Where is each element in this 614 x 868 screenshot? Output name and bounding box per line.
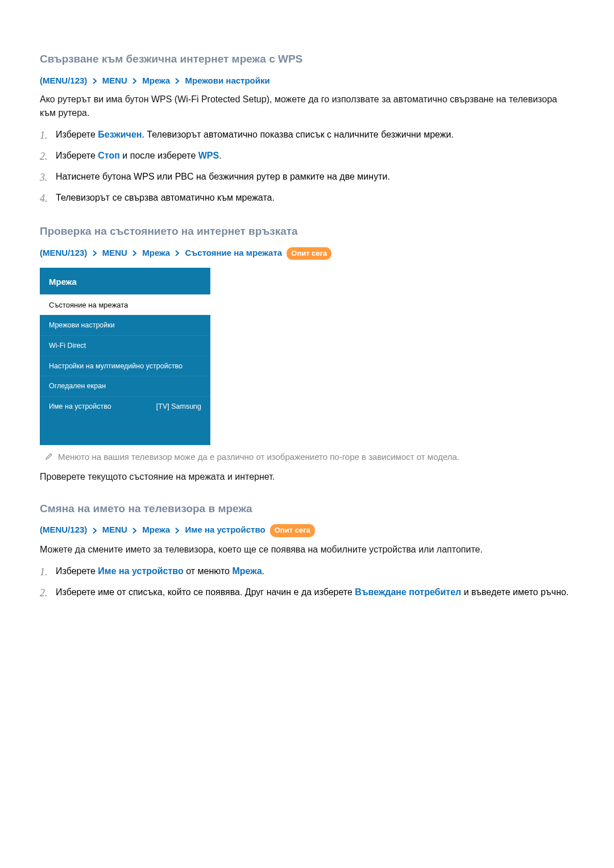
breadcrumb-part: MENU/123 (43, 248, 84, 258)
list-item: 1. Изберете Безжичен. Телевизорът автома… (40, 128, 574, 143)
keyword: Безжичен (98, 130, 142, 139)
chevron-right-icon (132, 78, 138, 84)
chevron-right-icon (132, 528, 138, 534)
menu-title: Мрежа (40, 268, 210, 294)
breadcrumb-part: MENU (102, 525, 127, 534)
menu-item-network-status[interactable]: Състояние на мрежата (40, 294, 210, 315)
menu-item-label: Огледален екран (49, 381, 106, 392)
step-number: 1. (40, 564, 56, 580)
step-number: 1. (40, 128, 56, 143)
breadcrumb: (MENU/123) MENU Мрежа Състояние на мрежа… (40, 247, 574, 260)
breadcrumb-part: Мрежа (142, 525, 170, 534)
list-item: 4. Телевизорът се свързва автоматично къ… (40, 191, 574, 206)
breadcrumb-part: Мрежови настройки (185, 76, 270, 85)
try-now-badge[interactable]: Опит сега (270, 524, 315, 537)
breadcrumb-part: MENU (102, 248, 127, 258)
note-text: Менюто на вашия телевизор може да е разл… (58, 451, 574, 464)
step-text: Изберете Безжичен. Телевизорът автоматич… (56, 128, 574, 142)
breadcrumb: (MENU/123) MENU Мрежа Име на устройство … (40, 524, 574, 537)
pencil-icon (40, 451, 58, 464)
menu-item-value: [TV] Samsung (156, 401, 201, 412)
keyword: WPS (198, 151, 219, 160)
chevron-right-icon (175, 78, 180, 84)
step-text: Изберете Стоп и после изберете WPS. (56, 149, 574, 163)
list-item: 1. Изберете Име на устройство от менюто … (40, 564, 574, 580)
menu-item-screen-mirroring[interactable]: Огледален екран (40, 376, 210, 396)
step-number: 3. (40, 170, 56, 185)
intro-paragraph: Ако рутерът ви има бутон WPS (Wi-Fi Prot… (40, 93, 574, 120)
chevron-right-icon (92, 528, 98, 534)
step-number: 2. (40, 149, 56, 164)
keyword: Стоп (98, 151, 120, 160)
section-heading-rename: Смяна на името на телевизора в мрежа (40, 501, 574, 517)
keyword: Име на устройство (98, 566, 183, 576)
network-menu: Мрежа Състояние на мрежата Мрежови настр… (40, 268, 210, 445)
keyword: Въвеждане потребител (355, 587, 461, 597)
menu-item-label: Мрежови настройки (49, 320, 115, 331)
section-heading-wps: Свързване към безжична интернет мрежа с … (40, 51, 574, 68)
menu-item-label: Състояние на мрежата (49, 300, 128, 311)
menu-item-multimedia-settings[interactable]: Настройки на мултимедийно устройство (40, 356, 210, 376)
menu-item-label: Име на устройство (49, 401, 111, 412)
section-heading-status: Проверка на състоянието на интернет връз… (40, 223, 574, 240)
menu-item-network-settings[interactable]: Мрежови настройки (40, 315, 210, 335)
list-item: 3. Натиснете бутона WPS или PBC на безжи… (40, 170, 574, 185)
breadcrumb: (MENU/123) MENU Мрежа Мрежови настройки (40, 74, 574, 88)
menu-item-label: Настройки на мултимедийно устройство (49, 361, 182, 372)
paren-close: ) (84, 76, 87, 85)
chevron-right-icon (175, 250, 180, 256)
step-text: Телевизорът се свързва автоматично към м… (56, 191, 574, 205)
steps-list: 1. Изберете Име на устройство от менюто … (40, 564, 574, 601)
chevron-right-icon (175, 528, 180, 534)
list-item: 2. Изберете име от списъка, който се поя… (40, 585, 574, 601)
keyword: Мрежа (232, 566, 262, 576)
step-text: Натиснете бутона WPS или PBC на безжични… (56, 170, 574, 184)
intro-paragraph: Можете да смените името за телевизора, к… (40, 543, 574, 556)
breadcrumb-part: MENU/123 (43, 76, 84, 85)
chevron-right-icon (132, 250, 138, 256)
menu-item-wifi-direct[interactable]: Wi-Fi Direct (40, 335, 210, 356)
breadcrumb-part: Мрежа (142, 248, 170, 258)
outro-paragraph: Проверете текущото състояние на мрежата … (40, 470, 574, 484)
breadcrumb-part: MENU (102, 76, 127, 85)
paren-close: ) (84, 525, 87, 534)
breadcrumb-part: Име на устройство (185, 525, 265, 534)
step-number: 4. (40, 191, 56, 206)
try-now-badge[interactable]: Опит сега (287, 247, 331, 260)
list-item: 2. Изберете Стоп и после изберете WPS. (40, 149, 574, 164)
breadcrumb-part: Състояние на мрежата (185, 248, 283, 258)
step-text: Изберете име от списъка, който се появяв… (56, 585, 574, 599)
steps-list: 1. Изберете Безжичен. Телевизорът автома… (40, 128, 574, 206)
breadcrumb-part: Мрежа (142, 76, 170, 85)
step-number: 2. (40, 585, 56, 601)
step-text: Изберете Име на устройство от менюто Мре… (56, 564, 574, 578)
breadcrumb-part: MENU/123 (43, 525, 84, 534)
paren-close: ) (84, 248, 87, 258)
note: Менюто на вашия телевизор може да е разл… (40, 451, 574, 464)
menu-item-device-name[interactable]: Име на устройство [TV] Samsung (40, 396, 210, 417)
chevron-right-icon (92, 250, 98, 256)
menu-item-label: Wi-Fi Direct (49, 340, 86, 351)
chevron-right-icon (92, 78, 98, 84)
